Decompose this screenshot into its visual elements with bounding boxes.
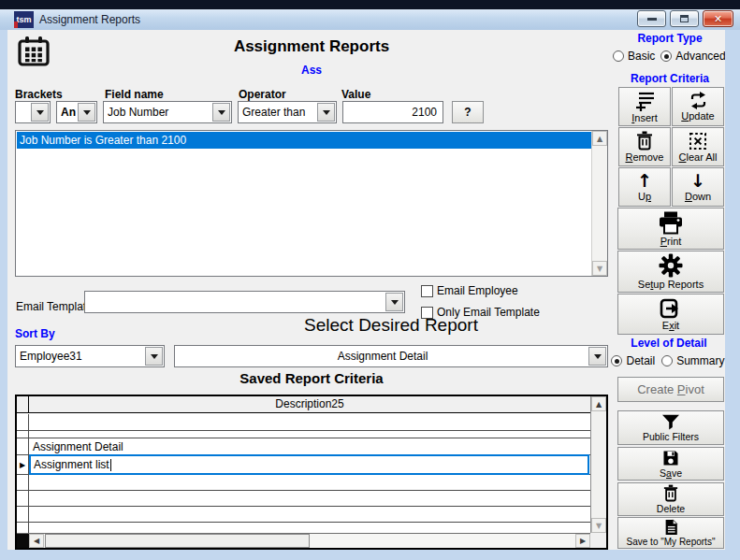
table-row[interactable]	[17, 414, 590, 431]
row-pointer-icon: ▶	[17, 455, 29, 474]
scroll-up-icon[interactable]: ▲	[592, 131, 607, 146]
insert-button[interactable]: Insert	[618, 87, 671, 126]
conjunction-combo-arrow-icon[interactable]	[78, 103, 95, 122]
table-row[interactable]	[17, 491, 590, 507]
operator-combo-arrow-icon[interactable]	[317, 103, 335, 122]
grid-rows: Assignment Detail ▶ Assignment list	[17, 414, 590, 533]
field-name-combo-arrow-icon[interactable]	[212, 103, 230, 122]
horizontal-scroll-track[interactable]	[44, 534, 575, 548]
printer-icon	[657, 211, 685, 235]
selected-cell-editor[interactable]: Assignment list	[29, 454, 589, 475]
grid-vertical-scrollbar[interactable]: ▲ ▼	[590, 396, 606, 533]
scroll-down-icon[interactable]: ▼	[592, 261, 607, 276]
public-filters-button[interactable]: Public Filters	[617, 410, 724, 445]
conjunction-combo[interactable]: And	[56, 101, 97, 123]
grid-column-header[interactable]: Description25	[29, 396, 590, 412]
saved-criteria-grid[interactable]: Description25 Assignment Detail ▶ Assign…	[15, 395, 608, 550]
table-row[interactable]	[17, 507, 590, 523]
email-template-label: Email Template	[16, 300, 93, 313]
maximize-icon	[680, 15, 689, 22]
horizontal-scrollbar-thumb[interactable]	[45, 534, 310, 548]
radio-detail[interactable]: Detail	[611, 354, 655, 367]
clear-all-button[interactable]: Clear All	[672, 127, 724, 166]
save-to-my-reports-button[interactable]: Save to "My Reports"	[617, 517, 724, 549]
setup-reports-button[interactable]: Setup Reports	[617, 251, 724, 293]
create-pivot-button[interactable]: Create Pivot	[617, 377, 724, 402]
down-arrow-icon: ↓	[690, 172, 705, 190]
save-button[interactable]: Save	[617, 447, 724, 481]
criteria-list-scrollbar[interactable]: ▲ ▼	[591, 131, 607, 276]
report-criteria-heading: Report Criteria	[614, 72, 725, 85]
app-logo-icon: tsm	[14, 11, 34, 28]
table-row-selected[interactable]: ▶ Assignment list	[17, 455, 590, 475]
desired-report-value: Assignment Detail	[179, 346, 587, 366]
email-template-combo-arrow-icon[interactable]	[385, 293, 403, 311]
operator-label: Operator	[239, 88, 286, 101]
scroll-down-icon[interactable]: ▼	[591, 518, 606, 533]
level-of-detail-heading: Level of Detail	[612, 337, 725, 350]
print-button[interactable]: Print	[617, 208, 724, 250]
window-title: Assignment Reports	[39, 13, 140, 26]
exit-button[interactable]: Exit	[617, 294, 724, 335]
sort-by-combo-arrow-icon[interactable]	[145, 347, 163, 366]
email-template-combo[interactable]	[84, 291, 405, 313]
window-border-top	[0, 0, 740, 9]
window-controls: ✕	[637, 10, 733, 27]
close-icon: ✕	[714, 14, 722, 24]
scroll-left-icon[interactable]: ◀	[29, 534, 44, 548]
email-template-value	[89, 292, 384, 312]
radio-summary[interactable]: Summary	[661, 354, 724, 367]
move-down-button[interactable]: ↓ Down	[672, 167, 724, 207]
grid-horizontal-scrollbar[interactable]: ◀ ▶	[17, 533, 590, 548]
brackets-label: Brackets	[15, 88, 63, 101]
scroll-up-icon[interactable]: ▲	[591, 396, 606, 411]
selected-cell-text: Assignment list	[34, 458, 109, 471]
criteria-list-item[interactable]: Job Number is Greater than 2100	[17, 132, 591, 149]
page-title: Assignment Reports	[15, 37, 608, 56]
floppy-save-icon	[662, 450, 679, 467]
desired-report-combo-arrow-icon[interactable]	[588, 347, 606, 366]
select-desired-report-heading: Select Desired Report	[174, 315, 608, 336]
value-input[interactable]	[342, 101, 443, 123]
table-row[interactable]	[17, 475, 590, 491]
radio-advanced-icon[interactable]	[660, 50, 672, 62]
grid-corner-filler	[590, 533, 606, 548]
up-arrow-icon: ↑	[637, 172, 652, 190]
operator-combo[interactable]: Greater than	[238, 101, 337, 123]
titlebar[interactable]: tsm Assignment Reports ✕	[0, 9, 740, 30]
remove-button[interactable]: Remove	[618, 127, 671, 166]
text-caret	[110, 459, 111, 471]
desired-report-combo[interactable]: Assignment Detail	[174, 345, 608, 367]
radio-basic[interactable]: Basic	[613, 50, 655, 63]
help-button[interactable]: ?	[452, 101, 484, 123]
update-refresh-icon	[689, 92, 708, 109]
sort-by-combo[interactable]: Employee31	[15, 345, 165, 367]
email-employee-option[interactable]: Email Employee	[421, 284, 518, 297]
sort-by-value: Employee31	[20, 346, 143, 366]
document-icon	[664, 519, 678, 536]
close-button[interactable]: ✕	[703, 10, 733, 27]
email-employee-checkbox[interactable]	[421, 285, 433, 297]
radio-summary-icon[interactable]	[661, 355, 673, 366]
filter-funnel-icon	[661, 414, 680, 430]
sort-by-label: Sort By	[15, 327, 55, 340]
report-type-heading: Report Type	[614, 32, 725, 45]
table-row[interactable]	[17, 431, 590, 438]
move-up-button[interactable]: ↑ Up	[618, 167, 671, 207]
operator-value: Greater than	[242, 102, 315, 122]
radio-advanced[interactable]: Advanced	[660, 50, 725, 63]
criteria-listbox[interactable]: Job Number is Greater than 2100 ▲ ▼	[15, 130, 608, 277]
scroll-right-icon[interactable]: ▶	[575, 534, 590, 548]
bracket-combo-arrow-icon[interactable]	[31, 103, 49, 122]
gear-icon	[659, 253, 683, 278]
table-row[interactable]: Assignment Detail	[17, 438, 590, 455]
bracket-combo[interactable]	[15, 101, 51, 123]
maximize-button[interactable]	[670, 10, 699, 27]
delete-button[interactable]: Delete	[617, 482, 724, 516]
radio-detail-icon[interactable]	[611, 355, 622, 366]
update-button[interactable]: Update	[672, 87, 724, 126]
field-name-combo[interactable]: Job Number	[103, 101, 232, 123]
radio-basic-icon[interactable]	[613, 50, 624, 62]
table-row[interactable]	[17, 523, 590, 533]
minimize-button[interactable]	[637, 10, 666, 27]
